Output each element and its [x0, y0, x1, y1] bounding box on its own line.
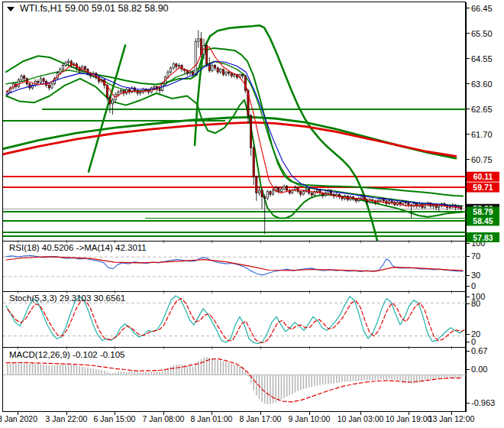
price-tick-label: 62.65 — [471, 105, 493, 114]
svg-text:60.11: 60.11 — [473, 172, 493, 181]
svg-text:58.79: 58.79 — [473, 207, 493, 216]
rsi-axis-label: 70 — [471, 251, 480, 261]
macd-axis-label: 0.00 — [471, 365, 487, 374]
time-label: 8 Jan 01:00 — [191, 414, 233, 423]
price-chart-svg[interactable]: 66.4565.5064.5563.6062.6561.7060.7510070… — [0, 0, 504, 428]
panel-border-0 — [3, 2, 466, 242]
price-tick-label: 60.75 — [471, 155, 493, 164]
price-badge-57.83: 57.83 — [467, 232, 499, 242]
price-badge-59.71: 59.71 — [467, 183, 499, 193]
svg-text:58.45: 58.45 — [473, 216, 493, 225]
symbol-title: WTI.fs,H1 59.00 59.01 58.82 58.90 — [20, 3, 169, 14]
price-badge-58.79: 58.79 — [467, 207, 499, 217]
time-label: 9 Jan 10:00 — [289, 414, 331, 423]
price-tick-label: 64.55 — [471, 54, 493, 63]
svg-text:59.71: 59.71 — [473, 183, 493, 192]
rsi-axis-label: 30 — [471, 271, 480, 280]
rsi-title: RSI(18) 40.5206 ->MA(14) 42.3011 — [9, 243, 147, 252]
time-label: 13 Jan 12:00 — [428, 414, 475, 423]
stoch-axis-label: 0 — [471, 337, 476, 346]
stoch-title: Stoch(5,3,3) 29.3103 30.6561 — [9, 293, 125, 303]
price-tick-label: 63.60 — [471, 79, 493, 89]
rsi-axis-label: 0 — [471, 281, 476, 290]
time-label: 3 Jan 22:00 — [46, 414, 88, 423]
time-label: 7 Jan 08:00 — [143, 414, 185, 423]
time-label: 6 Jan 15:00 — [94, 414, 136, 423]
time-label: 10 Jan 03:00 — [338, 414, 384, 423]
price-badge-60.11: 60.11 — [467, 172, 499, 182]
macd-title: MACD(12,26,9) -0.102 -0.105 — [9, 350, 125, 359]
time-label: 8 Jan 17:00 — [240, 414, 282, 423]
time-label: 3 Jan 2020 — [0, 414, 37, 423]
price-badges: 60.1159.7158.9058.7958.4557.83 — [467, 172, 499, 242]
stoch-axis-label: 80 — [471, 299, 480, 308]
macd-axis-label: 0.67 — [471, 346, 487, 355]
macd-axis-label: -0.963 — [471, 398, 495, 407]
price-tick-label: 65.50 — [471, 29, 493, 38]
time-label: 10 Jan 19:00 — [386, 414, 432, 423]
svg-text:57.83: 57.83 — [473, 233, 493, 242]
price-tick-label: 66.45 — [471, 4, 493, 13]
price-tick-label: 61.70 — [471, 130, 493, 139]
price-badge-58.45: 58.45 — [467, 216, 499, 225]
chart-window: 66.4565.5064.5563.6062.6561.7060.7510070… — [0, 0, 504, 428]
